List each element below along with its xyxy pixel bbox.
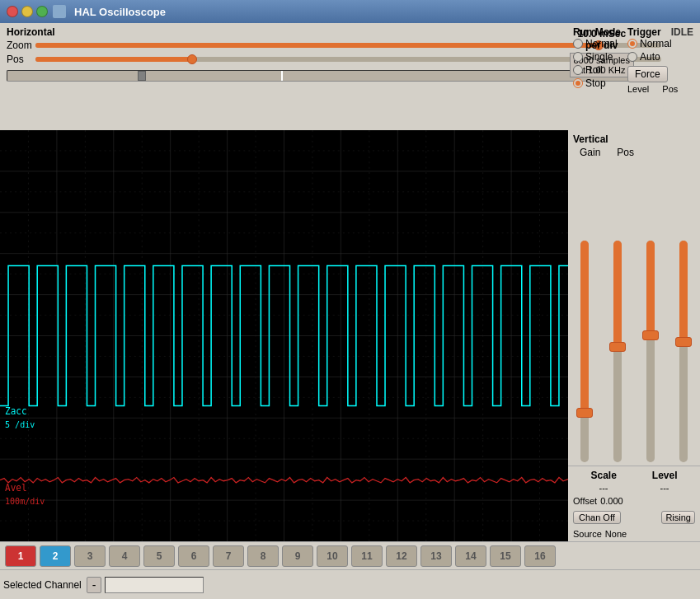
channel-tab-15[interactable]: 15 — [490, 545, 521, 567]
run-roll-radio[interactable] — [573, 65, 583, 75]
run-mode-roll[interactable]: Roll — [573, 64, 621, 76]
gain-slider-track[interactable] — [580, 241, 589, 462]
scale-dashes: --- — [599, 483, 608, 493]
zoom-fill — [35, 43, 599, 48]
run-roll-label: Roll — [585, 64, 603, 76]
rising-button[interactable]: Rising — [661, 511, 695, 524]
trigger-normal-dot — [630, 41, 635, 46]
h-scrollbar-thumb[interactable] — [138, 71, 146, 81]
trigger-normal-label: Normal — [640, 38, 672, 49]
run-normal-radio[interactable] — [573, 39, 583, 49]
trigger-section: Trigger Normal Auto Force Level P — [627, 26, 678, 94]
run-stop-radio[interactable] — [573, 78, 583, 88]
channel-tab-16[interactable]: 16 — [524, 545, 556, 567]
run-normal-label: Normal — [585, 38, 618, 49]
channel-tabs-row: 1 2 3 4 5 6 7 8 9 10 11 12 13 14 15 16 — [0, 541, 700, 569]
pos-fill — [35, 57, 192, 62]
run-mode-section: Run Mode Normal Single Roll — [573, 26, 621, 94]
level-fill — [646, 241, 655, 340]
vertical-label: Vertical — [573, 133, 608, 145]
channel-tab-13[interactable]: 13 — [420, 545, 452, 567]
trigger-auto[interactable]: Auto — [627, 51, 678, 63]
window-title: HAL Oscilloscope — [74, 6, 166, 18]
oscilloscope-svg: Zacc 5 /div Avel 100m/div — [0, 130, 568, 541]
run-single-radio[interactable] — [573, 52, 583, 62]
pos-slider-container — [606, 241, 629, 462]
trigger-auto-radio[interactable] — [627, 52, 637, 62]
minus-button[interactable]: - — [87, 577, 102, 593]
force-button[interactable]: Force — [627, 66, 668, 82]
horizontal-label: Horizontal — [7, 26, 661, 38]
bottom-info-row: Selected Channel - — [0, 569, 700, 599]
channel-tab-7[interactable]: 7 — [213, 545, 244, 567]
trig-pos-fill — [679, 241, 688, 347]
pos-thumb[interactable] — [187, 54, 197, 64]
chan-off-button[interactable]: Chan Off — [573, 511, 621, 524]
ch1-scale: 5 /div — [5, 419, 35, 429]
channel-tab-1[interactable]: 1 — [5, 545, 36, 567]
run-mode-single[interactable]: Single — [573, 51, 621, 63]
ch2-label: Avel — [5, 482, 27, 494]
channel-tab-10[interactable]: 10 — [317, 545, 348, 567]
pos-slider-vert-track[interactable] — [613, 241, 622, 462]
ch2-scale: 100m/div — [5, 496, 45, 506]
pos-fill-vert — [613, 241, 622, 352]
run-stop-dot — [576, 81, 580, 86]
level-thumb[interactable] — [642, 330, 659, 340]
app-icon — [53, 5, 66, 18]
source-value: None — [605, 529, 627, 539]
run-mode-label: Run Mode — [573, 26, 621, 38]
channel-tab-14[interactable]: 14 — [455, 545, 486, 567]
horizontal-section: Horizontal Zoom Pos — [7, 26, 661, 84]
channel-tab-3[interactable]: 3 — [74, 545, 106, 567]
h-scrollbar-track[interactable] — [7, 70, 661, 82]
osc-canvas: Zacc 5 /div Avel 100m/div — [0, 130, 568, 541]
trig-pos-label: Pos — [662, 84, 678, 94]
trigger-normal-radio[interactable] — [627, 39, 637, 49]
pos-slider-row: Pos — [7, 54, 661, 65]
trig-pos-slider-container — [672, 241, 695, 462]
offset-label: Offset — [573, 496, 597, 506]
scale-label: Scale — [590, 470, 616, 481]
channel-tab-11[interactable]: 11 — [351, 545, 383, 567]
run-mode-stop[interactable]: Stop — [573, 77, 621, 89]
source-label: Source — [573, 529, 602, 539]
run-stop-label: Stop — [585, 77, 606, 89]
pos-slider[interactable] — [35, 57, 661, 62]
maximize-button[interactable] — [36, 6, 48, 17]
close-button[interactable] — [7, 6, 18, 17]
channel-tab-2[interactable]: 2 — [40, 545, 71, 567]
title-bar: HAL Oscilloscope — [0, 0, 700, 23]
channel-name-input[interactable] — [105, 577, 204, 593]
channel-tab-4[interactable]: 4 — [109, 545, 140, 567]
channel-tab-6[interactable]: 6 — [178, 545, 209, 567]
run-mode-normal[interactable]: Normal — [573, 38, 621, 49]
trig-pos-slider-track[interactable] — [679, 241, 688, 462]
channel-tab-5[interactable]: 5 — [143, 545, 175, 567]
pos-label: Pos — [7, 54, 35, 65]
gain-slider-container — [573, 241, 596, 462]
top-controls: Horizontal Zoom Pos — [0, 23, 700, 130]
gain-thumb[interactable] — [576, 408, 593, 418]
channel-tab-8[interactable]: 8 — [247, 545, 279, 567]
level-slider-track[interactable] — [646, 241, 655, 462]
run-trigger-panel: Run Mode Normal Single Roll — [568, 23, 700, 130]
channel-tab-12[interactable]: 12 — [386, 545, 417, 567]
channel-tab-9[interactable]: 9 — [282, 545, 313, 567]
gain-fill — [580, 241, 589, 418]
h-scrollbar-marker — [281, 71, 283, 81]
zoom-slider[interactable] — [35, 43, 661, 48]
level-dashes: --- — [660, 483, 669, 493]
window-controls[interactable] — [7, 6, 48, 17]
trigger-label: Trigger — [627, 26, 678, 38]
trig-pos-thumb[interactable] — [675, 337, 692, 347]
zoom-label: Zoom — [7, 40, 35, 51]
level-slider-container — [639, 241, 662, 462]
h-scrollbar-area — [7, 68, 661, 84]
trigger-normal[interactable]: Normal — [627, 38, 678, 49]
right-mid — [568, 237, 700, 466]
zoom-slider-row: Zoom — [7, 40, 661, 51]
minimize-button[interactable] — [21, 6, 33, 17]
pos-thumb-vert[interactable] — [609, 342, 626, 352]
right-top: Vertical Gain Pos — [568, 130, 700, 237]
